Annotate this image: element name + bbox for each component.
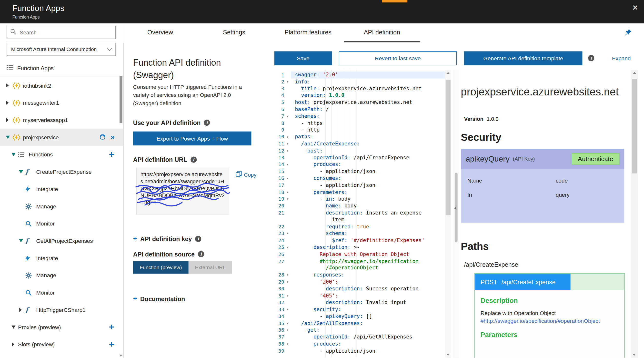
code-line[interactable]: 26 Replace with Operation Object (266, 251, 445, 258)
code-text[interactable]: '200': (291, 278, 445, 285)
code-line[interactable]: 19▾ - in: body (266, 196, 445, 203)
code-line[interactable]: 3 title: projexpservice.azurewebsites.ne… (266, 85, 445, 92)
code-line[interactable]: 22 required: true (266, 223, 445, 230)
fold-icon[interactable]: ▾ (284, 147, 291, 154)
code-line[interactable]: 4 version: 1.0.0 (266, 92, 445, 99)
panel-resize-gripper[interactable] (453, 70, 459, 358)
code-text[interactable]: item (291, 216, 445, 223)
source-function-option[interactable]: Function (preview) (133, 261, 188, 274)
code-line[interactable]: 29▾ '200': (266, 278, 445, 285)
code-line[interactable]: 23▾ schema: (266, 230, 445, 237)
tree-item-monitor[interactable]: Monitor (0, 215, 123, 232)
fold-icon[interactable]: ▾ (284, 161, 291, 168)
code-line[interactable]: 27 #http://swagger.io/specification (266, 258, 445, 265)
code-line[interactable]: 13 operationId: /api/CreateExpense (266, 154, 445, 161)
fold-icon[interactable]: ▾ (284, 230, 291, 237)
tree-item-iothubsink2[interactable]: iothubsink2 (0, 77, 123, 94)
swagger-code-editor[interactable]: 1swagger: '2.0'2▾info:3 title: projexpse… (266, 70, 452, 358)
code-text[interactable]: parameters: (291, 189, 445, 196)
fold-icon[interactable]: ▾ (284, 320, 291, 327)
code-text[interactable]: - application/json (291, 168, 445, 175)
code-line[interactable]: 37 operationId: /api/GetAllExpenses (266, 334, 445, 341)
fold-icon[interactable]: ▾ (284, 272, 291, 278)
code-text[interactable]: produces: (291, 341, 445, 347)
code-text[interactable]: Replace with Operation Object (291, 251, 445, 258)
copy-url-button[interactable]: Copy (236, 171, 256, 178)
code-text[interactable]: description: >- (291, 244, 445, 251)
expand-link[interactable]: Expand (612, 55, 631, 62)
code-text[interactable]: title: projexpservice.azurewebsites.net (291, 85, 445, 92)
chevron-right-icon[interactable] (6, 101, 12, 105)
code-line[interactable]: 14▾ produces: (266, 161, 445, 168)
tree-item-manage[interactable]: Manage (0, 267, 123, 284)
code-line[interactable]: /#operationObject (266, 265, 445, 272)
code-line[interactable]: 11▾ /api/CreateExpense: (266, 141, 445, 147)
code-text[interactable]: consumes: (291, 175, 445, 182)
code-text[interactable]: #http://swagger.io/specification (291, 258, 445, 265)
code-text[interactable]: name: body (291, 203, 445, 209)
code-text[interactable]: - https (291, 120, 445, 127)
code-text[interactable]: /api/GetAllExpenses: (291, 320, 445, 327)
code-text[interactable]: $ref: '#/definitions/Expenses' (291, 237, 445, 244)
info-icon[interactable]: i (198, 251, 204, 257)
subscription-select[interactable]: Microsoft Azure Internal Consumption (6, 43, 116, 56)
code-text[interactable]: post: (291, 147, 445, 154)
code-text[interactable]: basePath: / (291, 106, 445, 113)
code-text[interactable]: /api/CreateExpense: (291, 141, 445, 147)
tree-item-projexpservice[interactable]: projexpservice» (0, 129, 123, 146)
code-lines[interactable]: 1swagger: '2.0'2▾info:3 title: projexpse… (266, 70, 445, 358)
code-text[interactable]: get: (291, 327, 445, 333)
operation-method-bar[interactable]: POST /api/CreateExpense (475, 273, 570, 290)
fold-icon[interactable]: ▾ (284, 244, 291, 251)
code-text[interactable]: required: true (291, 223, 445, 230)
refresh-icon[interactable] (99, 134, 106, 140)
code-text[interactable]: host: projexpservice.azurewebsites.net (291, 99, 445, 106)
fold-icon[interactable]: ▾ (284, 175, 291, 182)
code-line[interactable]: 8 - https (266, 120, 445, 127)
fold-icon[interactable]: ▾ (284, 306, 291, 313)
code-line[interactable]: 20 name: body (266, 203, 445, 209)
chevron-down-icon[interactable] (19, 239, 25, 242)
scroll-down-icon[interactable] (119, 355, 122, 357)
code-line[interactable]: 15 - application/json (266, 168, 445, 175)
save-button[interactable]: Save (274, 51, 332, 65)
tab-settings[interactable]: Settings (206, 24, 263, 43)
code-text[interactable]: description: Inserts an expense (291, 210, 445, 216)
chevron-down-icon[interactable] (6, 136, 12, 139)
code-line[interactable]: 21 description: Inserts an expense (266, 210, 445, 216)
code-line[interactable]: 5host: projexpservice.azurewebsites.net (266, 99, 445, 106)
fold-icon[interactable]: ▾ (284, 189, 291, 196)
tree-item-monitor[interactable]: Monitor (0, 284, 123, 301)
code-line[interactable]: 17 - application/json (266, 182, 445, 189)
tree-item-createprojectexpense[interactable]: ƒCreateProjectExpense (0, 163, 123, 180)
code-line[interactable]: 12▾ post: (266, 147, 445, 154)
tree-item-integrate[interactable]: Integrate (0, 249, 123, 267)
code-line[interactable]: 30 description: Success operation (266, 285, 445, 292)
api-definition-key-toggle[interactable]: + API definition keyi (133, 235, 202, 242)
code-text[interactable]: schemes: (291, 113, 445, 120)
info-icon[interactable]: i (195, 236, 201, 242)
code-text[interactable]: '405': (291, 292, 445, 299)
fold-icon[interactable]: ▾ (284, 278, 291, 285)
pin-icon[interactable] (625, 29, 632, 37)
code-line[interactable]: 1swagger: '2.0' (266, 72, 445, 78)
chevron-right-icon[interactable] (19, 308, 25, 312)
source-external-url-option[interactable]: External URL (188, 261, 232, 274)
scroll-up-icon[interactable] (446, 72, 450, 74)
tree-item-messgewriter1[interactable]: messgewriter1 (0, 94, 123, 112)
info-icon[interactable]: i (204, 120, 210, 126)
info-icon[interactable]: i (190, 156, 196, 163)
code-text[interactable]: version: 1.0.0 (291, 92, 445, 99)
scrollbar-handle[interactable] (632, 79, 637, 173)
editor-scrollbar[interactable] (445, 70, 451, 358)
chevron-right-icon[interactable] (12, 342, 18, 346)
specification-link[interactable]: #http://swagger.io/specification/#operat… (480, 318, 600, 324)
code-line[interactable]: 35▾ /api/GetAllExpenses: (266, 320, 445, 327)
code-line[interactable]: 9 - http (266, 127, 445, 134)
code-line[interactable]: 16▾ consumes: (266, 175, 445, 182)
chevron-down-icon[interactable] (12, 325, 18, 328)
code-text[interactable]: produces: (291, 161, 445, 168)
fold-icon[interactable]: ▾ (284, 141, 291, 147)
code-text[interactable]: paths: (291, 134, 445, 140)
code-text[interactable]: security: (291, 306, 445, 313)
